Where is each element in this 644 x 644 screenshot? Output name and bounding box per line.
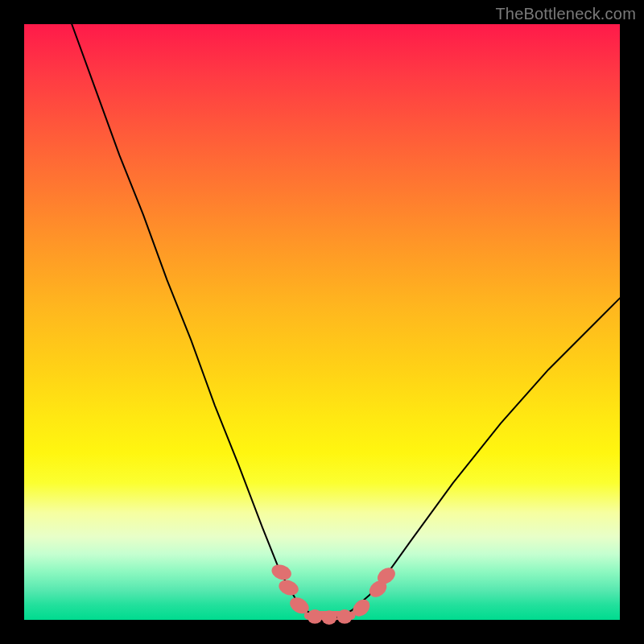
curve-marker [337,609,353,624]
curve-marker [270,562,294,582]
curve-line [72,24,620,619]
curve-marker [277,577,301,597]
watermark-text: TheBottleneck.com [495,5,636,23]
plot-area [24,24,620,620]
curve-marker [308,609,323,624]
curve-marker [321,610,336,625]
plot-svg [24,24,620,620]
chart-frame: TheBottleneck.com [0,0,644,644]
